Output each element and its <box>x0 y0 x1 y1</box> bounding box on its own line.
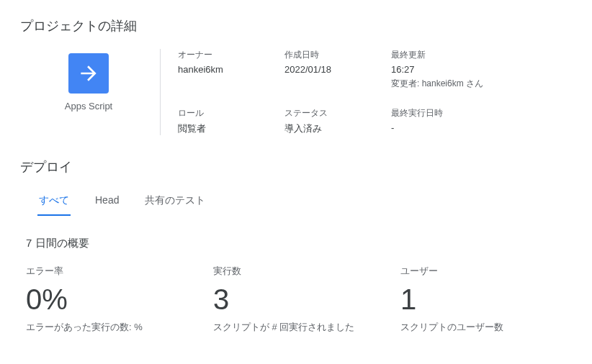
deploy-tabs: すべて Head 共有のテスト <box>20 187 572 217</box>
tab-all[interactable]: すべて <box>37 187 71 216</box>
info-grid: オーナー hankei6km 作成日時 2022/01/18 最終更新 16:2… <box>178 49 572 135</box>
stat-users: ユーザー 1 スクリプトのユーザー数 <box>400 265 544 334</box>
project-details-title: プロジェクトの詳細 <box>20 17 572 35</box>
summary-title: 7 日間の概要 <box>26 237 572 250</box>
owner-value: hankei6km <box>178 64 279 75</box>
lastrun-value: - <box>391 122 535 133</box>
stat-label: 実行数 <box>213 265 357 278</box>
stat-desc: スクリプトのユーザー数 <box>400 321 544 334</box>
stats-row: エラー率 0% エラーがあった実行の数: % 実行数 3 スクリプトが # 回実… <box>26 265 572 334</box>
status-label: ステータス <box>284 107 385 119</box>
arrow-right-icon <box>68 53 109 94</box>
stat-error-rate: エラー率 0% エラーがあった実行の数: % <box>26 265 170 334</box>
lastrun-label: 最終実行日時 <box>391 107 535 119</box>
stat-executions: 実行数 3 スクリプトが # 回実行されました <box>213 265 357 334</box>
stat-desc: エラーがあった実行の数: % <box>26 321 170 334</box>
stat-value: 3 <box>213 285 357 314</box>
owner-label: オーナー <box>178 49 279 61</box>
stat-label: ユーザー <box>400 265 544 278</box>
project-details-row: Apps Script オーナー hankei6km 作成日時 2022/01/… <box>20 49 572 135</box>
app-label: Apps Script <box>65 101 112 112</box>
updated-by: 変更者: hankei6km さん <box>391 78 535 90</box>
stat-value: 1 <box>400 285 544 314</box>
tab-head[interactable]: Head <box>94 187 120 216</box>
app-block: Apps Script <box>35 49 143 135</box>
updated-label: 最終更新 <box>391 49 535 61</box>
owner-cell: オーナー hankei6km <box>178 49 279 90</box>
status-cell: ステータス 導入済み <box>284 107 385 135</box>
stat-label: エラー率 <box>26 265 170 278</box>
role-label: ロール <box>178 107 279 119</box>
role-value: 閲覧者 <box>178 122 279 135</box>
lastrun-cell: 最終実行日時 - <box>391 107 535 135</box>
stat-value: 0% <box>26 285 170 314</box>
status-value: 導入済み <box>284 122 385 135</box>
vertical-divider <box>160 49 161 135</box>
deploy-title: デプロイ <box>20 158 572 176</box>
updated-cell: 最終更新 16:27 変更者: hankei6km さん <box>391 49 535 90</box>
tab-shared-test[interactable]: 共有のテスト <box>143 187 207 216</box>
created-value: 2022/01/18 <box>284 64 385 75</box>
updated-value: 16:27 <box>391 64 535 75</box>
stat-desc: スクリプトが # 回実行されました <box>213 321 357 334</box>
created-cell: 作成日時 2022/01/18 <box>284 49 385 90</box>
created-label: 作成日時 <box>284 49 385 61</box>
role-cell: ロール 閲覧者 <box>178 107 279 135</box>
